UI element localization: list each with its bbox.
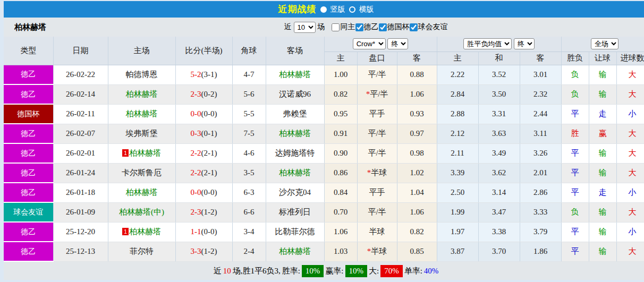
filter-checkbox[interactable] bbox=[410, 23, 418, 31]
result-scope-select[interactable]: 全场 bbox=[591, 38, 618, 49]
home-odds: 1.06 bbox=[324, 222, 357, 242]
corner-score: 7-5 bbox=[232, 124, 266, 143]
away-team[interactable]: 弗赖堡 bbox=[283, 109, 307, 118]
fulltime-score: 2-2 bbox=[191, 149, 201, 157]
handicap-line: *平/半 bbox=[357, 84, 397, 104]
vertical-layout-radio[interactable] bbox=[320, 6, 327, 13]
vertical-layout-label[interactable]: 竖版 bbox=[331, 5, 345, 14]
match-date: 26-02-07 bbox=[53, 124, 108, 143]
result-handicap: 走 bbox=[589, 183, 616, 202]
home-team[interactable]: 柏林赫塔 bbox=[129, 149, 161, 157]
home-odds: 0.84 bbox=[324, 183, 357, 202]
filter-checkbox-label[interactable]: 德乙 bbox=[355, 22, 379, 32]
avg-home-odds: 1.99 bbox=[437, 202, 478, 222]
topbar: 近期战绩 竖版 横版 bbox=[4, 1, 644, 18]
footer-profit-label: 赢率: bbox=[325, 266, 343, 276]
star-mark: * bbox=[367, 247, 371, 255]
avg-home-odds: 2.84 bbox=[437, 84, 478, 104]
result-goals: 小 bbox=[616, 222, 644, 242]
home-team[interactable]: 菲尔特 bbox=[130, 247, 154, 255]
result-handicap: 走 bbox=[589, 104, 616, 124]
horizontal-layout-radio[interactable] bbox=[349, 6, 355, 13]
home-team[interactable]: 柏林赫塔 bbox=[126, 109, 158, 118]
result-handicap: 输 bbox=[589, 163, 616, 183]
result-handicap: 输 bbox=[589, 84, 616, 104]
league-type-badge: 德乙 bbox=[4, 143, 53, 163]
match-row: 德乙26-02-22帕德博恩5-2(3-1)4-7柏林赫塔1.00平/半0.88… bbox=[4, 65, 644, 84]
corner-score: 6-3 bbox=[232, 183, 266, 202]
filter-checkbox[interactable] bbox=[332, 23, 340, 31]
avg-time-select[interactable]: 终 bbox=[514, 38, 535, 49]
corner-score: 3-5 bbox=[232, 163, 266, 183]
away-team[interactable]: 标准列日 bbox=[279, 208, 311, 216]
avg-draw-odds: 3.62 bbox=[478, 163, 520, 183]
avg-home-odds: 2.50 bbox=[437, 183, 478, 202]
match-date: 26-01-18 bbox=[53, 183, 108, 202]
away-team[interactable]: 柏林赫塔 bbox=[279, 247, 311, 255]
avg-type-select[interactable]: 胜平负均值 bbox=[463, 38, 512, 49]
league-type-badge: 德乙 bbox=[4, 222, 53, 242]
filter-checkbox[interactable] bbox=[355, 23, 363, 31]
score-cell: 2-3(0-2) bbox=[175, 84, 232, 104]
away-team[interactable]: 柏林赫塔 bbox=[279, 129, 311, 138]
away-team[interactable]: 汉诺威96 bbox=[279, 90, 311, 98]
corner-score: 2-4 bbox=[232, 242, 266, 261]
result-outcome: 平 bbox=[561, 143, 589, 163]
corner-score: 5-5 bbox=[232, 104, 266, 124]
fulltime-score: 2-3 bbox=[191, 208, 201, 216]
result-outcome: 平 bbox=[561, 183, 589, 202]
away-odds: 1.02 bbox=[397, 163, 437, 183]
header-handicap: 盘口 bbox=[357, 52, 397, 65]
league-type-badge: 德乙 bbox=[4, 84, 53, 104]
avg-home-odds: 3.87 bbox=[437, 242, 478, 261]
odds-time-select[interactable]: 终 bbox=[387, 38, 408, 49]
match-row: 德国杯26-02-11柏林赫塔0-0(0-0)5-5弗赖堡0.95平手0.932… bbox=[4, 104, 644, 124]
handicap-line: *半球 bbox=[357, 242, 397, 261]
home-odds: 0.91 bbox=[324, 124, 357, 143]
result-outcome: 平 bbox=[561, 104, 589, 124]
avg-draw-odds: 3.50 bbox=[478, 84, 520, 104]
home-team[interactable]: 柏林赫塔(中) bbox=[119, 208, 164, 216]
home-team[interactable]: 埃弗斯堡 bbox=[126, 129, 158, 138]
away-team[interactable]: 比勒菲尔德 bbox=[275, 227, 315, 236]
home-team[interactable]: 帕德博恩 bbox=[126, 70, 158, 79]
footer-big-label: 大: bbox=[369, 266, 379, 276]
home-team[interactable]: 柏林赫塔 bbox=[129, 227, 161, 236]
home-team[interactable]: 柏林赫塔 bbox=[126, 188, 158, 196]
avg-home-odds: 1.97 bbox=[437, 222, 478, 242]
away-team-cell: 弗赖堡 bbox=[266, 104, 324, 124]
result-outcome: 负 bbox=[561, 202, 589, 222]
away-team[interactable]: 达姆施塔特 bbox=[275, 149, 315, 157]
result-goals: 大 bbox=[616, 124, 644, 143]
away-team[interactable]: 沙尔克04 bbox=[279, 188, 311, 196]
result-handicap: 输 bbox=[589, 143, 616, 163]
match-count-select[interactable]: 10 bbox=[294, 22, 316, 33]
avg-draw-odds: 3.14 bbox=[478, 183, 520, 202]
result-outcome: 负 bbox=[561, 65, 589, 84]
odds-company-select[interactable]: Crow* bbox=[353, 38, 386, 49]
fulltime-score: 0-0 bbox=[191, 109, 201, 118]
corner-score: 4-7 bbox=[232, 65, 266, 84]
result-handicap: 输 bbox=[589, 222, 616, 242]
header-odds-home: 主 bbox=[324, 52, 357, 65]
filter-checkbox-label[interactable]: 同主 bbox=[327, 22, 355, 32]
halftime-score: (2-1) bbox=[201, 168, 217, 177]
header-away: 客场 bbox=[266, 37, 324, 65]
match-date: 25-12-20 bbox=[53, 222, 108, 242]
home-team[interactable]: 柏林赫塔 bbox=[126, 90, 158, 98]
corner-score: 5-6 bbox=[232, 84, 266, 104]
away-team[interactable]: 柏林赫塔 bbox=[279, 70, 311, 79]
away-odds: 0.98 bbox=[397, 143, 437, 163]
footer-near-label: 近 bbox=[214, 266, 222, 276]
away-team[interactable]: 柏林赫塔 bbox=[279, 168, 311, 177]
filter-checkbox-label[interactable]: 球会友谊 bbox=[410, 22, 448, 32]
away-odds: 1.04 bbox=[397, 183, 437, 202]
home-odds: 0.90 bbox=[324, 143, 357, 163]
filter-checkbox-label[interactable]: 德国杯 bbox=[379, 22, 410, 32]
filter-checkbox[interactable] bbox=[379, 23, 387, 31]
horizontal-layout-label[interactable]: 横版 bbox=[359, 5, 374, 14]
handicap-line: 半球 bbox=[357, 222, 397, 242]
home-team[interactable]: 卡尔斯鲁厄 bbox=[122, 168, 162, 177]
league-type-badge: 德乙 bbox=[4, 183, 53, 202]
league-type-badge: 球会友谊 bbox=[4, 202, 53, 222]
